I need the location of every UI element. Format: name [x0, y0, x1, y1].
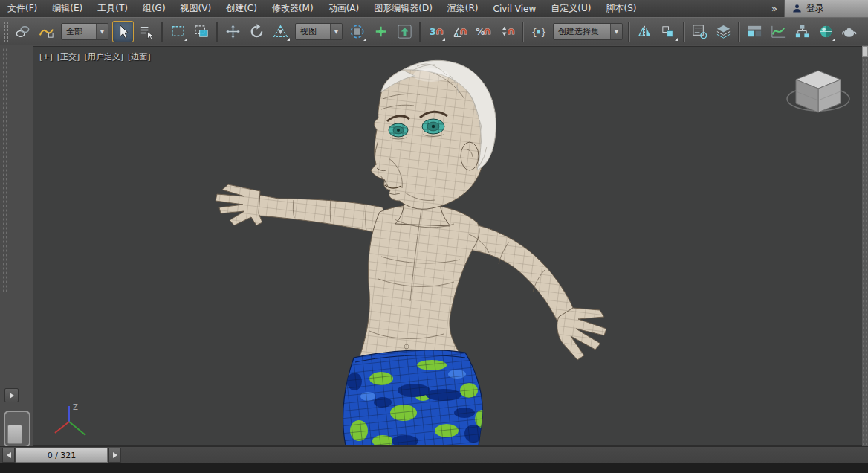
- percent-snap-toggle-button[interactable]: %: [473, 21, 494, 42]
- status-bar: [0, 463, 868, 473]
- reference-coordinate-dropdown[interactable]: 视图▼: [295, 23, 343, 40]
- menu-item[interactable]: 自定义(U): [543, 0, 598, 17]
- select-and-link-button[interactable]: [12, 21, 33, 42]
- menu-items: 文件(F)编辑(E)工具(T)组(G)视图(V)创建(C)修改器(M)动画(A)…: [0, 0, 644, 17]
- chevron-down-icon[interactable]: ▼: [96, 24, 108, 39]
- command-panel-collapsed[interactable]: [862, 45, 868, 446]
- time-slider-handle[interactable]: 0 / 321: [16, 448, 108, 463]
- menu-item[interactable]: 编辑(E): [45, 0, 90, 17]
- toggle-layer-explorer-button[interactable]: [713, 21, 734, 42]
- svg-text:%: %: [476, 26, 485, 37]
- menu-item[interactable]: 创建(C): [218, 0, 265, 17]
- axis-z-label: Z: [73, 403, 78, 411]
- menu-item[interactable]: 动画(A): [321, 0, 367, 17]
- material-editor-button[interactable]: [815, 21, 837, 42]
- named-selection-sets-dropdown-value: 创建选择集: [554, 24, 610, 39]
- work-area: [+][正交][用户定义][边面]: [0, 45, 868, 446]
- menu-item[interactable]: 渲染(R): [440, 0, 486, 17]
- reference-coordinate-dropdown-value: 视图: [296, 24, 330, 39]
- spinner-snap-toggle-icon: [499, 23, 516, 40]
- align-icon: [660, 23, 677, 40]
- viewport-label-segment[interactable]: [正交]: [57, 52, 80, 62]
- chevron-down-icon[interactable]: ▼: [610, 24, 622, 39]
- toggle-scene-explorer-button[interactable]: [689, 21, 710, 42]
- menu-item[interactable]: 图形编辑器(D): [366, 0, 440, 17]
- select-by-name-icon: [138, 23, 155, 40]
- selection-filter-dropdown[interactable]: 全部▼: [61, 23, 108, 40]
- viewport-label-segment[interactable]: [+]: [39, 52, 53, 62]
- select-object-button[interactable]: [112, 21, 134, 42]
- time-slider-track[interactable]: 0 / 321: [0, 446, 868, 463]
- angle-snap-toggle-button[interactable]: [449, 21, 470, 42]
- spinner-snap-toggle-button[interactable]: [496, 21, 518, 42]
- edit-named-selection-sets-button[interactable]: {}: [528, 21, 549, 42]
- keyboard-shortcut-override-button[interactable]: [394, 21, 415, 42]
- window-crossing-toggle-button[interactable]: [191, 21, 213, 42]
- viewport-label: [+][正交][用户定义][边面]: [39, 51, 155, 62]
- align-button[interactable]: [658, 21, 679, 42]
- viewport-label-segment[interactable]: [用户定义]: [84, 52, 123, 62]
- character: [212, 47, 613, 445]
- menu-item[interactable]: Civil View: [486, 0, 544, 17]
- left-panel-expand-button[interactable]: [4, 388, 19, 402]
- toolbar-separator: [738, 22, 740, 42]
- viewport-label-segment[interactable]: [边面]: [128, 52, 151, 62]
- next-frame-button[interactable]: [108, 448, 121, 463]
- select-and-manipulate-button[interactable]: [370, 21, 392, 42]
- named-selection-sets-dropdown[interactable]: 创建选择集▼: [553, 23, 623, 40]
- 3ds-max-window: 文件(F)编辑(E)工具(T)组(G)视图(V)创建(C)修改器(M)动画(A)…: [0, 0, 868, 473]
- menu-bar: 文件(F)编辑(E)工具(T)组(G)视图(V)创建(C)修改器(M)动画(A)…: [0, 0, 868, 18]
- menu-overflow-chevron[interactable]: »: [765, 0, 784, 17]
- toolbar-drag-handle[interactable]: [3, 21, 8, 43]
- edit-named-selection-sets-icon: {}: [530, 23, 547, 40]
- dock-handle[interactable]: [2, 48, 7, 293]
- toolbar-separator: [522, 22, 524, 42]
- view-cube[interactable]: [780, 57, 857, 127]
- menu-item[interactable]: 修改器(M): [265, 0, 321, 17]
- command-panel-toggle[interactable]: [862, 46, 868, 57]
- menu-item[interactable]: 组(G): [135, 0, 173, 17]
- main-toolbar: 全部▼视图▼3%{}创建选择集▼: [0, 17, 868, 46]
- curve-editor-button[interactable]: [768, 21, 789, 42]
- menu-bar-right: » 登录: [765, 0, 868, 17]
- character-model[interactable]: [33, 47, 863, 445]
- angle-snap-toggle-icon: [451, 23, 468, 40]
- snap-toggle-3d-button[interactable]: 3: [425, 21, 447, 42]
- next-frame-icon: [113, 452, 117, 458]
- viewport-user-defined[interactable]: [+][正交][用户定义][边面]: [33, 46, 864, 446]
- select-and-manipulate-icon: [372, 23, 389, 40]
- chevron-down-icon[interactable]: ▼: [330, 24, 342, 39]
- menu-item[interactable]: 文件(F): [0, 0, 45, 17]
- window-crossing-toggle-icon: [193, 23, 210, 40]
- menu-item[interactable]: 脚本(S): [598, 0, 644, 17]
- expand-arrow-icon: [10, 393, 14, 399]
- rectangular-selection-region-button[interactable]: [167, 21, 189, 42]
- select-and-rotate-button[interactable]: [246, 21, 268, 42]
- select-by-name-button[interactable]: [136, 21, 158, 42]
- render-setup-icon: [841, 23, 858, 40]
- select-and-scale-icon: [272, 23, 289, 40]
- bind-to-space-warp-button[interactable]: [36, 21, 57, 42]
- mirror-icon: [636, 23, 653, 40]
- percent-snap-toggle-icon: %: [475, 23, 492, 40]
- menu-item[interactable]: 视图(V): [173, 0, 219, 17]
- login-label: 登录: [806, 2, 824, 15]
- previous-frame-button[interactable]: [2, 448, 15, 463]
- viewport-layout-thumbnail: [7, 425, 22, 444]
- menu-item[interactable]: 工具(T): [90, 0, 135, 17]
- schematic-view-icon: [794, 23, 811, 40]
- select-and-move-button[interactable]: [222, 21, 244, 42]
- use-pivot-point-center-button[interactable]: [346, 21, 368, 42]
- toolbar-separator: [216, 22, 218, 42]
- material-editor-icon: [817, 23, 835, 40]
- viewport-layout-tab[interactable]: [4, 411, 30, 448]
- world-axis-tripod: Z: [42, 396, 94, 441]
- login-button[interactable]: 登录: [784, 0, 868, 17]
- render-setup-button[interactable]: [839, 21, 861, 42]
- mirror-button[interactable]: [634, 21, 655, 42]
- toolbar-separator: [161, 22, 163, 42]
- graphite-ribbon-toggle-icon: [746, 23, 763, 40]
- schematic-view-button[interactable]: [791, 21, 813, 42]
- graphite-ribbon-toggle-button[interactable]: [744, 21, 765, 42]
- select-and-scale-button[interactable]: [270, 21, 291, 42]
